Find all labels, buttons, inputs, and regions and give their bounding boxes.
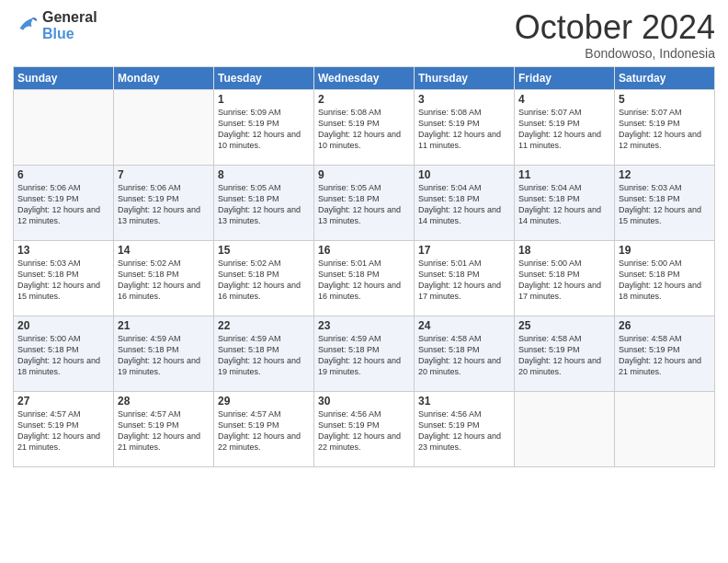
calendar-cell: 21Sunrise: 4:59 AM Sunset: 5:18 PM Dayli… <box>114 316 214 391</box>
day-number: 23 <box>318 319 410 332</box>
day-info: Sunrise: 4:57 AM Sunset: 5:19 PM Dayligh… <box>17 408 109 454</box>
location: Bondowoso, Indonesia <box>515 46 715 61</box>
day-number: 21 <box>118 319 210 332</box>
day-info: Sunrise: 5:06 AM Sunset: 5:19 PM Dayligh… <box>17 182 109 227</box>
calendar-cell: 5Sunrise: 5:07 AM Sunset: 5:19 PM Daylig… <box>615 89 715 165</box>
calendar-cell: 30Sunrise: 4:56 AM Sunset: 5:19 PM Dayli… <box>314 391 415 466</box>
day-info: Sunrise: 5:01 AM Sunset: 5:18 PM Dayligh… <box>418 258 510 303</box>
calendar-cell <box>615 391 715 466</box>
week-row-1: 1Sunrise: 5:09 AM Sunset: 5:19 PM Daylig… <box>14 89 715 165</box>
day-info: Sunrise: 4:57 AM Sunset: 5:19 PM Dayligh… <box>218 408 310 454</box>
calendar-cell: 24Sunrise: 4:58 AM Sunset: 5:18 PM Dayli… <box>415 316 515 391</box>
calendar-cell: 11Sunrise: 5:04 AM Sunset: 5:18 PM Dayli… <box>515 165 615 240</box>
calendar-cell: 22Sunrise: 4:59 AM Sunset: 5:18 PM Dayli… <box>214 316 314 391</box>
day-info: Sunrise: 5:00 AM Sunset: 5:18 PM Dayligh… <box>619 258 711 303</box>
day-number: 1 <box>218 93 310 106</box>
day-number: 15 <box>218 244 310 257</box>
day-info: Sunrise: 4:56 AM Sunset: 5:19 PM Dayligh… <box>318 408 410 454</box>
title-block: October 2024 Bondowoso, Indonesia <box>515 9 715 61</box>
logo-line2: Blue <box>42 26 97 42</box>
day-number: 12 <box>619 168 711 181</box>
calendar-cell: 9Sunrise: 5:05 AM Sunset: 5:18 PM Daylig… <box>314 165 415 240</box>
day-number: 20 <box>17 319 109 332</box>
day-info: Sunrise: 5:04 AM Sunset: 5:18 PM Dayligh… <box>418 182 510 227</box>
day-number: 7 <box>118 168 210 181</box>
day-info: Sunrise: 4:59 AM Sunset: 5:18 PM Dayligh… <box>218 333 310 378</box>
day-number: 10 <box>418 168 510 181</box>
day-info: Sunrise: 5:00 AM Sunset: 5:18 PM Dayligh… <box>17 333 109 378</box>
calendar-cell: 16Sunrise: 5:01 AM Sunset: 5:18 PM Dayli… <box>314 240 415 316</box>
day-info: Sunrise: 5:08 AM Sunset: 5:19 PM Dayligh… <box>318 107 410 152</box>
day-number: 4 <box>518 93 610 106</box>
day-info: Sunrise: 5:00 AM Sunset: 5:18 PM Dayligh… <box>518 258 610 303</box>
day-number: 30 <box>318 395 410 408</box>
col-header-saturday: Saturday <box>615 66 715 89</box>
day-info: Sunrise: 4:59 AM Sunset: 5:18 PM Dayligh… <box>318 333 410 378</box>
day-number: 31 <box>418 395 510 408</box>
calendar-cell: 10Sunrise: 5:04 AM Sunset: 5:18 PM Dayli… <box>415 165 515 240</box>
calendar-cell: 3Sunrise: 5:08 AM Sunset: 5:19 PM Daylig… <box>415 89 515 165</box>
day-info: Sunrise: 4:57 AM Sunset: 5:19 PM Dayligh… <box>118 408 210 454</box>
calendar-cell: 20Sunrise: 5:00 AM Sunset: 5:18 PM Dayli… <box>14 316 114 391</box>
calendar-cell: 1Sunrise: 5:09 AM Sunset: 5:19 PM Daylig… <box>214 89 314 165</box>
calendar-cell: 28Sunrise: 4:57 AM Sunset: 5:19 PM Dayli… <box>114 391 214 466</box>
col-header-sunday: Sunday <box>14 66 114 89</box>
col-header-thursday: Thursday <box>415 66 515 89</box>
calendar-cell: 13Sunrise: 5:03 AM Sunset: 5:18 PM Dayli… <box>14 240 114 316</box>
day-number: 5 <box>619 93 711 106</box>
day-number: 8 <box>218 168 310 181</box>
calendar-cell <box>515 391 615 466</box>
day-number: 28 <box>118 395 210 408</box>
week-row-2: 6Sunrise: 5:06 AM Sunset: 5:19 PM Daylig… <box>14 165 715 240</box>
day-number: 22 <box>218 319 310 332</box>
day-info: Sunrise: 5:03 AM Sunset: 5:18 PM Dayligh… <box>619 182 711 227</box>
day-number: 27 <box>17 395 109 408</box>
day-number: 24 <box>418 319 510 332</box>
day-info: Sunrise: 5:03 AM Sunset: 5:18 PM Dayligh… <box>17 258 109 303</box>
calendar-cell: 19Sunrise: 5:00 AM Sunset: 5:18 PM Dayli… <box>615 240 715 316</box>
day-number: 13 <box>17 244 109 257</box>
calendar-cell: 8Sunrise: 5:05 AM Sunset: 5:18 PM Daylig… <box>214 165 314 240</box>
day-number: 9 <box>318 168 410 181</box>
day-number: 3 <box>418 93 510 106</box>
calendar-cell: 29Sunrise: 4:57 AM Sunset: 5:19 PM Dayli… <box>214 391 314 466</box>
calendar-cell: 25Sunrise: 4:58 AM Sunset: 5:19 PM Dayli… <box>515 316 615 391</box>
calendar-cell <box>14 89 114 165</box>
week-row-3: 13Sunrise: 5:03 AM Sunset: 5:18 PM Dayli… <box>14 240 715 316</box>
col-header-monday: Monday <box>114 66 214 89</box>
calendar-cell: 27Sunrise: 4:57 AM Sunset: 5:19 PM Dayli… <box>14 391 114 466</box>
calendar-cell: 12Sunrise: 5:03 AM Sunset: 5:18 PM Dayli… <box>615 165 715 240</box>
col-header-wednesday: Wednesday <box>314 66 415 89</box>
col-header-tuesday: Tuesday <box>214 66 314 89</box>
calendar-header-row: SundayMondayTuesdayWednesdayThursdayFrid… <box>14 66 715 89</box>
logo-line1: General <box>42 9 97 26</box>
day-info: Sunrise: 5:02 AM Sunset: 5:18 PM Dayligh… <box>218 258 310 303</box>
day-number: 2 <box>318 93 410 106</box>
calendar-cell: 15Sunrise: 5:02 AM Sunset: 5:18 PM Dayli… <box>214 240 314 316</box>
day-number: 14 <box>118 244 210 257</box>
day-number: 19 <box>619 244 711 257</box>
calendar-cell: 26Sunrise: 4:58 AM Sunset: 5:19 PM Dayli… <box>615 316 715 391</box>
day-info: Sunrise: 5:02 AM Sunset: 5:18 PM Dayligh… <box>118 258 210 303</box>
calendar-cell: 18Sunrise: 5:00 AM Sunset: 5:18 PM Dayli… <box>515 240 615 316</box>
day-number: 11 <box>518 168 610 181</box>
day-info: Sunrise: 4:56 AM Sunset: 5:19 PM Dayligh… <box>418 408 510 454</box>
calendar-cell: 31Sunrise: 4:56 AM Sunset: 5:19 PM Dayli… <box>415 391 515 466</box>
calendar-cell: 7Sunrise: 5:06 AM Sunset: 5:19 PM Daylig… <box>114 165 214 240</box>
calendar-cell <box>114 89 214 165</box>
day-info: Sunrise: 5:04 AM Sunset: 5:18 PM Dayligh… <box>518 182 610 227</box>
day-number: 25 <box>518 319 610 332</box>
day-info: Sunrise: 4:58 AM Sunset: 5:19 PM Dayligh… <box>619 333 711 378</box>
day-info: Sunrise: 5:01 AM Sunset: 5:18 PM Dayligh… <box>318 258 410 303</box>
month-title: October 2024 <box>515 9 715 46</box>
day-info: Sunrise: 5:09 AM Sunset: 5:19 PM Dayligh… <box>218 107 310 152</box>
calendar-cell: 2Sunrise: 5:08 AM Sunset: 5:19 PM Daylig… <box>314 89 415 165</box>
day-number: 16 <box>318 244 410 257</box>
week-row-4: 20Sunrise: 5:00 AM Sunset: 5:18 PM Dayli… <box>14 316 715 391</box>
day-info: Sunrise: 5:07 AM Sunset: 5:19 PM Dayligh… <box>518 107 610 152</box>
day-info: Sunrise: 5:07 AM Sunset: 5:19 PM Dayligh… <box>619 107 711 152</box>
calendar-cell: 17Sunrise: 5:01 AM Sunset: 5:18 PM Dayli… <box>415 240 515 316</box>
logo: General Blue <box>13 9 97 41</box>
day-number: 29 <box>218 395 310 408</box>
day-info: Sunrise: 5:06 AM Sunset: 5:19 PM Dayligh… <box>118 182 210 227</box>
